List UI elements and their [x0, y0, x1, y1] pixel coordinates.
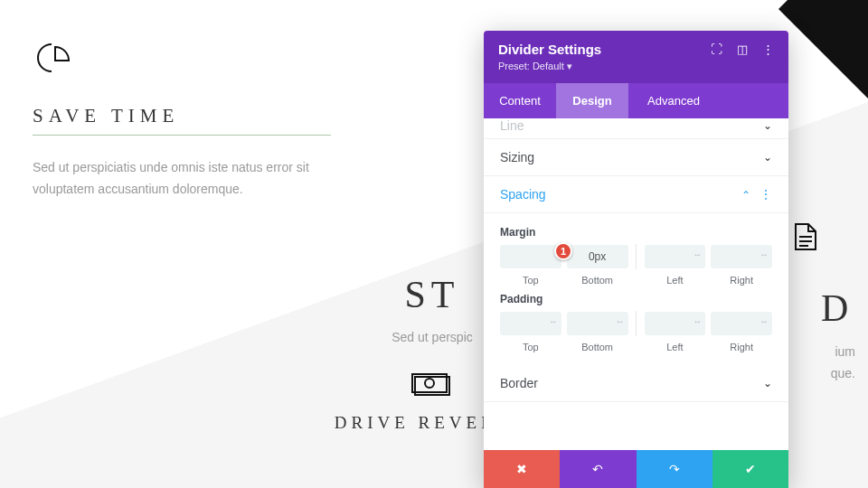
more-icon[interactable]: ⋮: [762, 42, 774, 56]
side-label: Left: [645, 342, 706, 352]
margin-right-input[interactable]: [711, 245, 772, 268]
save-button[interactable]: ✔: [712, 450, 788, 488]
layout-icon[interactable]: ◫: [737, 42, 748, 56]
hero-sub-trail: iumque.: [792, 342, 855, 385]
margin-top-input[interactable]: [500, 245, 561, 268]
expand-icon[interactable]: ⛶: [711, 42, 722, 56]
side-label: Left: [645, 275, 706, 286]
redo-icon: ↷: [669, 462, 680, 476]
spacing-body: Margin 1 Top Bottom Left Right Padding: [484, 213, 788, 365]
cash-icon: [411, 371, 453, 399]
section-line[interactable]: Line ⌄: [484, 118, 788, 139]
margin-bottom-input[interactable]: [567, 245, 628, 268]
section1-body: Sed ut perspiciatis unde omnis iste natu…: [33, 157, 340, 201]
side-label: Right: [711, 342, 772, 352]
section-sizing[interactable]: Sizing ⌄: [484, 139, 788, 176]
side-label: Bottom: [567, 275, 628, 286]
padding-label: Padding: [500, 293, 772, 305]
pie-chart-icon: [33, 43, 71, 81]
close-icon: ✖: [516, 462, 527, 476]
section-spacing[interactable]: Spacing ⌃ ⋮: [484, 176, 788, 213]
padding-right-input[interactable]: [711, 312, 772, 335]
cancel-button[interactable]: ✖: [484, 450, 560, 488]
section-border[interactable]: Border ⌄: [484, 365, 788, 402]
side-label: Top: [500, 275, 561, 286]
check-icon: ✔: [745, 462, 756, 476]
settings-panel: Divider Settings ⛶ ◫ ⋮ Preset: Default ▾…: [484, 31, 788, 488]
undo-button[interactable]: ↶: [560, 450, 636, 488]
padding-bottom-input[interactable]: [567, 312, 628, 335]
section-more-icon[interactable]: ⋮: [760, 187, 772, 202]
tab-content[interactable]: Content: [484, 83, 556, 118]
undo-icon: ↶: [592, 462, 603, 476]
padding-left-input[interactable]: [645, 312, 706, 335]
padding-top-input[interactable]: [500, 312, 561, 335]
svg-point-5: [425, 379, 434, 388]
side-label: Bottom: [567, 342, 628, 352]
margin-left-input[interactable]: [645, 245, 706, 268]
side-label: Right: [711, 275, 772, 286]
chevron-down-icon: ⌄: [763, 377, 772, 389]
chevron-down-icon: ⌄: [763, 151, 772, 164]
chevron-down-icon: ⌄: [763, 119, 772, 132]
annotation-pin-1: 1: [554, 242, 572, 260]
divider-line: [33, 135, 331, 136]
hero-title-trail: D: [821, 286, 848, 330]
margin-label: Margin: [500, 226, 772, 239]
side-label: Top: [500, 342, 561, 352]
tab-design[interactable]: Design: [556, 83, 628, 118]
panel-tabs: Content Design Advanced: [484, 83, 788, 118]
redo-button[interactable]: ↷: [637, 450, 712, 488]
document-icon: [794, 222, 817, 255]
panel-title: Divider Settings: [498, 42, 601, 57]
preset-selector[interactable]: Preset: Default ▾: [498, 61, 774, 72]
chevron-up-icon: ⌃: [741, 189, 750, 202]
tab-advanced[interactable]: Advanced: [628, 83, 719, 118]
